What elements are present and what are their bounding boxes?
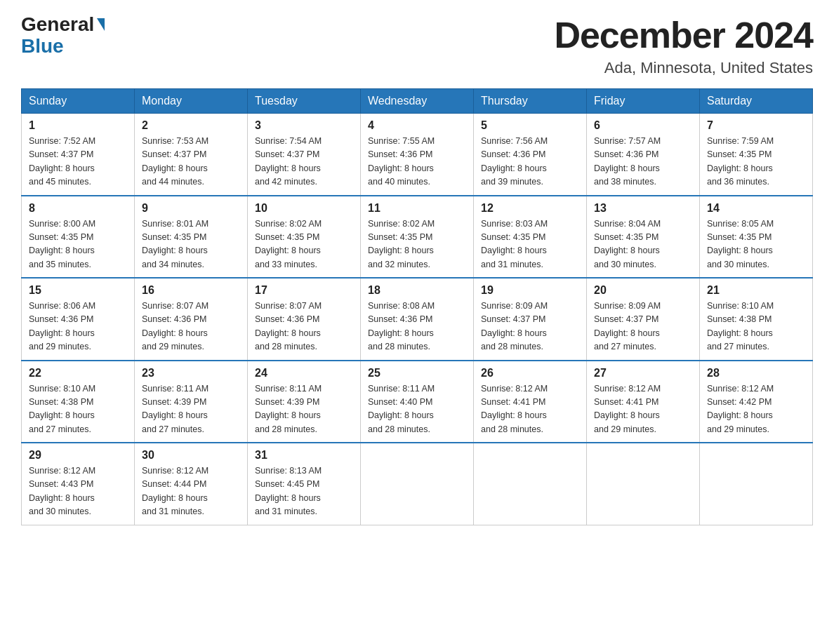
day-info: Sunrise: 8:06 AMSunset: 4:36 PMDaylight:… bbox=[29, 301, 95, 351]
day-number: 2 bbox=[142, 119, 240, 132]
calendar-cell: 30 Sunrise: 8:12 AMSunset: 4:44 PMDaylig… bbox=[135, 443, 248, 525]
calendar-cell bbox=[587, 443, 700, 525]
day-number: 4 bbox=[368, 119, 466, 132]
header-saturday: Saturday bbox=[700, 89, 813, 114]
header-thursday: Thursday bbox=[474, 89, 587, 114]
calendar-cell: 6 Sunrise: 7:57 AMSunset: 4:36 PMDayligh… bbox=[587, 114, 700, 196]
calendar-cell: 5 Sunrise: 7:56 AMSunset: 4:36 PMDayligh… bbox=[474, 114, 587, 196]
header-tuesday: Tuesday bbox=[248, 89, 361, 114]
calendar-table: SundayMondayTuesdayWednesdayThursdayFrid… bbox=[21, 88, 813, 525]
location-title: Ada, Minnesota, United States bbox=[554, 59, 813, 77]
day-number: 31 bbox=[255, 449, 353, 462]
page-header: General Blue December 2024 Ada, Minnesot… bbox=[21, 14, 813, 77]
week-row-3: 15 Sunrise: 8:06 AMSunset: 4:36 PMDaylig… bbox=[22, 278, 813, 361]
calendar-cell: 21 Sunrise: 8:10 AMSunset: 4:38 PMDaylig… bbox=[700, 278, 813, 361]
calendar-cell: 9 Sunrise: 8:01 AMSunset: 4:35 PMDayligh… bbox=[135, 196, 248, 279]
day-number: 18 bbox=[368, 284, 466, 297]
day-info: Sunrise: 8:00 AMSunset: 4:35 PMDaylight:… bbox=[29, 219, 95, 269]
day-info: Sunrise: 7:56 AMSunset: 4:36 PMDaylight:… bbox=[481, 136, 548, 187]
calendar-cell: 19 Sunrise: 8:09 AMSunset: 4:37 PMDaylig… bbox=[474, 278, 587, 361]
calendar-cell bbox=[361, 443, 474, 525]
day-info: Sunrise: 7:57 AMSunset: 4:36 PMDaylight:… bbox=[594, 136, 661, 187]
day-info: Sunrise: 8:10 AMSunset: 4:38 PMDaylight:… bbox=[707, 301, 774, 351]
day-info: Sunrise: 8:12 AMSunset: 4:43 PMDaylight:… bbox=[29, 466, 95, 516]
calendar-cell bbox=[700, 443, 813, 525]
day-number: 25 bbox=[368, 367, 466, 380]
day-number: 11 bbox=[368, 202, 466, 215]
calendar-cell: 1 Sunrise: 7:52 AMSunset: 4:37 PMDayligh… bbox=[22, 114, 135, 196]
week-row-2: 8 Sunrise: 8:00 AMSunset: 4:35 PMDayligh… bbox=[22, 196, 813, 279]
month-title: December 2024 bbox=[554, 14, 813, 56]
week-row-5: 29 Sunrise: 8:12 AMSunset: 4:43 PMDaylig… bbox=[22, 443, 813, 525]
calendar-cell: 18 Sunrise: 8:08 AMSunset: 4:36 PMDaylig… bbox=[361, 278, 474, 361]
day-number: 10 bbox=[255, 202, 353, 215]
title-section: December 2024 Ada, Minnesota, United Sta… bbox=[554, 14, 813, 77]
calendar-cell: 15 Sunrise: 8:06 AMSunset: 4:36 PMDaylig… bbox=[22, 278, 135, 361]
day-info: Sunrise: 8:04 AMSunset: 4:35 PMDaylight:… bbox=[594, 219, 661, 269]
day-info: Sunrise: 7:55 AMSunset: 4:36 PMDaylight:… bbox=[368, 136, 435, 187]
day-number: 1 bbox=[29, 119, 127, 132]
logo-triangle-icon bbox=[97, 18, 105, 31]
day-info: Sunrise: 7:52 AMSunset: 4:37 PMDaylight:… bbox=[29, 136, 95, 187]
day-number: 27 bbox=[594, 367, 692, 380]
day-number: 3 bbox=[255, 119, 353, 132]
week-row-1: 1 Sunrise: 7:52 AMSunset: 4:37 PMDayligh… bbox=[22, 114, 813, 196]
day-info: Sunrise: 7:59 AMSunset: 4:35 PMDaylight:… bbox=[707, 136, 774, 187]
calendar-cell: 16 Sunrise: 8:07 AMSunset: 4:36 PMDaylig… bbox=[135, 278, 248, 361]
calendar-cell: 17 Sunrise: 8:07 AMSunset: 4:36 PMDaylig… bbox=[248, 278, 361, 361]
calendar-header-row: SundayMondayTuesdayWednesdayThursdayFrid… bbox=[22, 89, 813, 114]
calendar-cell: 29 Sunrise: 8:12 AMSunset: 4:43 PMDaylig… bbox=[22, 443, 135, 525]
day-number: 30 bbox=[142, 449, 240, 462]
calendar-cell: 31 Sunrise: 8:13 AMSunset: 4:45 PMDaylig… bbox=[248, 443, 361, 525]
logo-general-text: General bbox=[21, 14, 94, 36]
day-info: Sunrise: 8:11 AMSunset: 4:40 PMDaylight:… bbox=[368, 384, 435, 434]
week-row-4: 22 Sunrise: 8:10 AMSunset: 4:38 PMDaylig… bbox=[22, 361, 813, 443]
day-number: 15 bbox=[29, 284, 127, 297]
day-number: 6 bbox=[594, 119, 692, 132]
day-number: 20 bbox=[594, 284, 692, 297]
calendar-cell: 28 Sunrise: 8:12 AMSunset: 4:42 PMDaylig… bbox=[700, 361, 813, 443]
day-info: Sunrise: 8:07 AMSunset: 4:36 PMDaylight:… bbox=[142, 301, 208, 351]
calendar-cell: 20 Sunrise: 8:09 AMSunset: 4:37 PMDaylig… bbox=[587, 278, 700, 361]
calendar-cell: 2 Sunrise: 7:53 AMSunset: 4:37 PMDayligh… bbox=[135, 114, 248, 196]
day-info: Sunrise: 8:02 AMSunset: 4:35 PMDaylight:… bbox=[368, 219, 435, 269]
day-info: Sunrise: 8:02 AMSunset: 4:35 PMDaylight:… bbox=[255, 219, 322, 269]
day-number: 9 bbox=[142, 202, 240, 215]
day-info: Sunrise: 8:12 AMSunset: 4:42 PMDaylight:… bbox=[707, 384, 774, 434]
day-number: 23 bbox=[142, 367, 240, 380]
day-number: 28 bbox=[707, 367, 805, 380]
calendar-cell: 12 Sunrise: 8:03 AMSunset: 4:35 PMDaylig… bbox=[474, 196, 587, 279]
day-info: Sunrise: 8:10 AMSunset: 4:38 PMDaylight:… bbox=[29, 384, 95, 434]
calendar-cell: 24 Sunrise: 8:11 AMSunset: 4:39 PMDaylig… bbox=[248, 361, 361, 443]
day-number: 22 bbox=[29, 367, 127, 380]
day-info: Sunrise: 8:07 AMSunset: 4:36 PMDaylight:… bbox=[255, 301, 322, 351]
calendar-cell: 4 Sunrise: 7:55 AMSunset: 4:36 PMDayligh… bbox=[361, 114, 474, 196]
day-info: Sunrise: 8:03 AMSunset: 4:35 PMDaylight:… bbox=[481, 219, 548, 269]
day-number: 19 bbox=[481, 284, 579, 297]
header-sunday: Sunday bbox=[22, 89, 135, 114]
calendar-cell: 7 Sunrise: 7:59 AMSunset: 4:35 PMDayligh… bbox=[700, 114, 813, 196]
calendar-cell: 23 Sunrise: 8:11 AMSunset: 4:39 PMDaylig… bbox=[135, 361, 248, 443]
day-info: Sunrise: 8:09 AMSunset: 4:37 PMDaylight:… bbox=[594, 301, 661, 351]
day-info: Sunrise: 8:09 AMSunset: 4:37 PMDaylight:… bbox=[481, 301, 548, 351]
calendar-cell: 8 Sunrise: 8:00 AMSunset: 4:35 PMDayligh… bbox=[22, 196, 135, 279]
header-friday: Friday bbox=[587, 89, 700, 114]
calendar-cell: 26 Sunrise: 8:12 AMSunset: 4:41 PMDaylig… bbox=[474, 361, 587, 443]
calendar-cell: 14 Sunrise: 8:05 AMSunset: 4:35 PMDaylig… bbox=[700, 196, 813, 279]
day-number: 26 bbox=[481, 367, 579, 380]
calendar-cell: 11 Sunrise: 8:02 AMSunset: 4:35 PMDaylig… bbox=[361, 196, 474, 279]
day-info: Sunrise: 7:54 AMSunset: 4:37 PMDaylight:… bbox=[255, 136, 322, 187]
calendar-cell bbox=[474, 443, 587, 525]
day-info: Sunrise: 7:53 AMSunset: 4:37 PMDaylight:… bbox=[142, 136, 208, 187]
day-info: Sunrise: 8:01 AMSunset: 4:35 PMDaylight:… bbox=[142, 219, 208, 269]
day-number: 29 bbox=[29, 449, 127, 462]
day-info: Sunrise: 8:12 AMSunset: 4:44 PMDaylight:… bbox=[142, 466, 208, 516]
calendar-cell: 3 Sunrise: 7:54 AMSunset: 4:37 PMDayligh… bbox=[248, 114, 361, 196]
day-info: Sunrise: 8:11 AMSunset: 4:39 PMDaylight:… bbox=[142, 384, 208, 434]
day-number: 24 bbox=[255, 367, 353, 380]
day-info: Sunrise: 8:08 AMSunset: 4:36 PMDaylight:… bbox=[368, 301, 435, 351]
day-info: Sunrise: 8:05 AMSunset: 4:35 PMDaylight:… bbox=[707, 219, 774, 269]
day-number: 7 bbox=[707, 119, 805, 132]
day-info: Sunrise: 8:12 AMSunset: 4:41 PMDaylight:… bbox=[594, 384, 661, 434]
header-monday: Monday bbox=[135, 89, 248, 114]
